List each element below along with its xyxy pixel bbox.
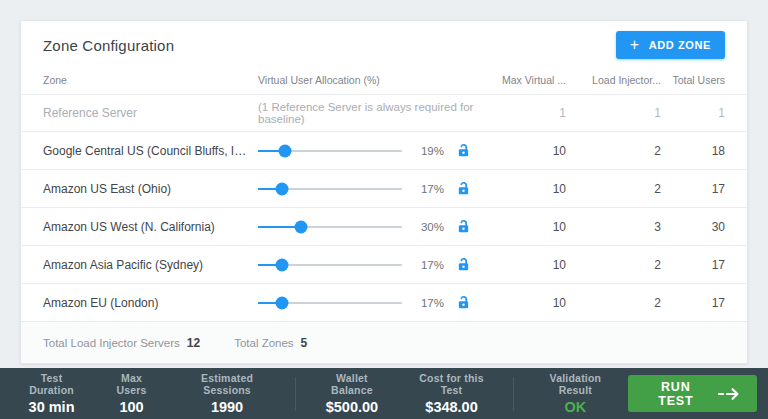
column-header-max-virtual: Max Virtual ...: [476, 74, 566, 86]
load-injectors-value: 3: [566, 220, 661, 234]
card-header: Zone Configuration + ADD ZONE: [21, 21, 747, 65]
page-title: Zone Configuration: [43, 37, 174, 54]
allocation-percent-label: 19%: [412, 145, 444, 157]
max-virtual-value: 10: [476, 144, 566, 158]
max-virtual-value: 1: [476, 106, 566, 120]
max-virtual-value: 10: [476, 296, 566, 310]
stat-value: 30 min: [19, 399, 84, 415]
stat-value: $348.00: [410, 399, 493, 415]
unlock-icon[interactable]: [454, 294, 472, 312]
divider: [513, 377, 514, 411]
table-row: Google Central US (Council Bluffs, Iowa)…: [21, 131, 747, 169]
add-zone-button[interactable]: + ADD ZONE: [616, 31, 725, 59]
load-injectors-value: 2: [566, 258, 661, 272]
allocation-cell: 17%: [258, 294, 476, 312]
load-injectors-value: 1: [566, 106, 661, 120]
column-header-allocation: Virtual User Allocation (%): [258, 74, 476, 86]
stat-value: $500.00: [316, 399, 388, 415]
stat-label: Test Duration: [19, 372, 84, 396]
zone-configuration-card: Zone Configuration + ADD ZONE Zone Virtu…: [20, 20, 748, 364]
total-users-value: 17: [661, 182, 725, 196]
allocation-percent-label: 30%: [412, 221, 444, 233]
stat-wallet-balance: Wallet Balance $500.00: [305, 372, 399, 415]
max-virtual-value: 10: [476, 258, 566, 272]
load-injectors-value: 2: [566, 144, 661, 158]
zone-name: Google Central US (Council Bluffs, Iowa): [43, 144, 258, 158]
add-zone-label: ADD ZONE: [649, 39, 711, 51]
slider-handle[interactable]: [279, 144, 292, 157]
reference-note: (1 Reference Server is always required f…: [258, 101, 476, 125]
stat-label: Wallet Balance: [316, 372, 388, 396]
stat-test-duration: Test Duration 30 min: [8, 372, 95, 415]
slider-handle[interactable]: [276, 296, 289, 309]
total-users-value: 17: [661, 296, 725, 310]
column-header-load-injectors: Load Injector...: [566, 74, 661, 86]
zone-name: Amazon US West (N. California): [43, 220, 258, 234]
allocation-cell: 30%: [258, 218, 476, 236]
plus-icon: +: [630, 37, 640, 53]
total-load-injector-servers: Total Load Injector Servers 12: [43, 336, 200, 350]
stat-label: Validation Result: [534, 372, 616, 396]
allocation-cell: 17%: [258, 256, 476, 274]
stat-value: 100: [106, 399, 157, 415]
test-summary-bar: Test Duration 30 min Max Users 100 Estim…: [0, 368, 768, 419]
divider: [295, 377, 296, 411]
table-row-reference-server: Reference Server (1 Reference Server is …: [21, 94, 747, 131]
slider-handle[interactable]: [276, 258, 289, 271]
total-zones-value: 5: [301, 336, 308, 350]
allocation-slider[interactable]: [258, 220, 402, 233]
stat-label: Max Users: [106, 372, 157, 396]
unlock-icon[interactable]: [454, 218, 472, 236]
table-row: Amazon US West (N. California) 30% 10 3 …: [21, 207, 747, 245]
arrow-right-icon: [718, 387, 740, 401]
validation-result-value: OK: [534, 399, 616, 415]
zone-name: Amazon US East (Ohio): [43, 182, 258, 196]
stat-estimated-sessions: Estimated Sessions 1990: [168, 372, 286, 415]
load-injectors-value: 2: [566, 296, 661, 310]
allocation-percent-label: 17%: [412, 259, 444, 271]
unlock-icon[interactable]: [454, 256, 472, 274]
unlock-icon[interactable]: [454, 142, 472, 160]
max-virtual-value: 10: [476, 182, 566, 196]
allocation-cell: 19%: [258, 142, 476, 160]
table-row: Amazon US East (Ohio) 17% 10 2 17: [21, 169, 747, 207]
zone-name: Amazon EU (London): [43, 296, 258, 310]
stat-value: 1990: [179, 399, 275, 415]
allocation-cell: 17%: [258, 180, 476, 198]
table-row: Amazon Asia Pacific (Sydney) 17% 10 2 17: [21, 245, 747, 283]
total-load-injector-servers-label: Total Load Injector Servers: [43, 337, 180, 349]
card-footer: Total Load Injector Servers 12 Total Zon…: [21, 321, 747, 363]
run-test-label: RUN TEST: [645, 380, 707, 408]
allocation-slider[interactable]: [258, 182, 402, 195]
total-users-value: 17: [661, 258, 725, 272]
total-users-value: 30: [661, 220, 725, 234]
stat-validation-result: Validation Result OK: [523, 372, 627, 415]
column-header-total-users: Total Users: [661, 74, 725, 86]
stat-cost-for-this-test: Cost for this Test $348.00: [399, 372, 504, 415]
allocation-slider[interactable]: [258, 144, 402, 157]
total-zones-label: Total Zones: [234, 337, 293, 349]
load-injectors-value: 2: [566, 182, 661, 196]
allocation-percent-label: 17%: [412, 183, 444, 195]
slider-handle[interactable]: [295, 220, 308, 233]
total-users-value: 18: [661, 144, 725, 158]
slider-handle[interactable]: [276, 182, 289, 195]
max-virtual-value: 10: [476, 220, 566, 234]
zone-name: Reference Server: [43, 106, 258, 120]
stat-max-users: Max Users 100: [95, 372, 168, 415]
table-row: Amazon EU (London) 17% 10 2 17: [21, 283, 747, 321]
unlock-icon[interactable]: [454, 180, 472, 198]
allocation-slider[interactable]: [258, 296, 402, 309]
total-load-injector-servers-value: 12: [187, 336, 200, 350]
allocation-percent-label: 17%: [412, 297, 444, 309]
stat-label: Cost for this Test: [410, 372, 493, 396]
total-zones: Total Zones 5: [234, 336, 307, 350]
page: Zone Configuration + ADD ZONE Zone Virtu…: [0, 0, 768, 419]
total-users-value: 1: [661, 106, 725, 120]
run-test-button[interactable]: RUN TEST: [628, 375, 757, 412]
table-header-row: Zone Virtual User Allocation (%) Max Vir…: [21, 65, 747, 94]
column-header-zone: Zone: [43, 74, 258, 86]
zone-name: Amazon Asia Pacific (Sydney): [43, 258, 258, 272]
allocation-slider[interactable]: [258, 258, 402, 271]
stat-label: Estimated Sessions: [179, 372, 275, 396]
